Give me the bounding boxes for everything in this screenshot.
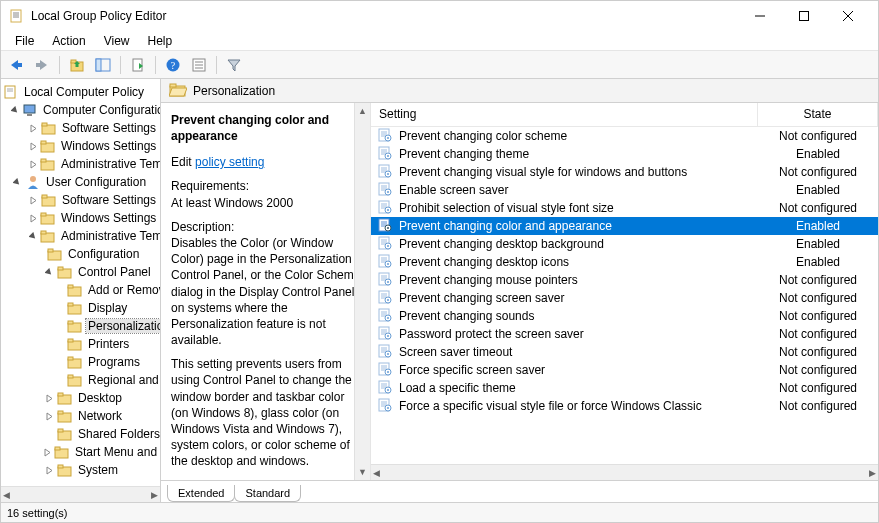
tree-network[interactable]: Network [1, 407, 160, 425]
show-hide-tree-button[interactable] [92, 54, 114, 76]
desc-p2: This setting prevents users from using C… [171, 356, 362, 469]
setting-row[interactable]: Load a specific themeNot configured [371, 379, 878, 397]
tree-cc-windows[interactable]: Windows Settings [1, 137, 160, 155]
maximize-button[interactable] [782, 2, 826, 30]
expander-closed-icon[interactable] [29, 212, 38, 224]
scroll-right-icon[interactable]: ▶ [869, 468, 876, 478]
expander-closed-icon[interactable] [29, 194, 39, 206]
tree-regional[interactable]: Regional and Language Options [1, 371, 160, 389]
tree-programs[interactable]: Programs [1, 353, 160, 371]
col-setting[interactable]: Setting [371, 103, 758, 126]
setting-row[interactable]: Prevent changing visual style for window… [371, 163, 878, 181]
menu-view[interactable]: View [96, 32, 138, 50]
col-state[interactable]: State [758, 103, 878, 126]
up-button[interactable] [66, 54, 88, 76]
export-button[interactable] [127, 54, 149, 76]
expander-closed-icon[interactable] [43, 392, 55, 404]
policy-setting-link[interactable]: policy setting [195, 155, 264, 169]
tree-system[interactable]: System [1, 461, 160, 479]
setting-row[interactable]: Prevent changing desktop iconsEnabled [371, 253, 878, 271]
scroll-left-icon[interactable]: ◀ [3, 490, 10, 500]
policy-item-icon [377, 307, 393, 326]
tree-control-panel[interactable]: Control Panel [1, 263, 160, 281]
setting-row[interactable]: Force a specific visual style file or fo… [371, 397, 878, 415]
svg-rect-44 [68, 285, 73, 288]
req-value: At least Windows 2000 [171, 195, 362, 211]
svg-rect-9 [36, 63, 41, 67]
menu-file[interactable]: File [7, 32, 42, 50]
minimize-button[interactable] [738, 2, 782, 30]
right-pane: Personalization Prevent changing color a… [161, 79, 878, 502]
svg-point-162 [387, 407, 389, 409]
setting-row[interactable]: Force specific screen saverNot configure… [371, 361, 878, 379]
scroll-left-icon[interactable]: ◀ [373, 468, 380, 478]
filter-button[interactable] [223, 54, 245, 76]
help-button[interactable]: ? [162, 54, 184, 76]
tree-shared-folders[interactable]: Shared Folders [1, 425, 160, 443]
setting-row[interactable]: Prohibit selection of visual style font … [371, 199, 878, 217]
tree-user-config[interactable]: User Configuration [1, 173, 160, 191]
menu-action[interactable]: Action [44, 32, 93, 50]
split-body: Prevent changing color and appearance Ed… [161, 103, 878, 480]
forward-button[interactable] [31, 54, 53, 76]
detail-vertical-scrollbar[interactable]: ▲ ▼ [354, 103, 370, 480]
tree-desktop[interactable]: Desktop [1, 389, 160, 407]
setting-cell: Prevent changing desktop background [371, 235, 758, 254]
expander-closed-icon[interactable] [29, 122, 39, 134]
toolbar-separator [59, 56, 60, 74]
tree-uc-admin[interactable]: Administrative Templates [1, 227, 160, 245]
list-body[interactable]: Prevent changing color schemeNot configu… [371, 127, 878, 464]
setting-row[interactable]: Prevent changing mouse pointersNot confi… [371, 271, 878, 289]
tree-computer-config[interactable]: Computer Configuration [1, 101, 160, 119]
scroll-right-icon[interactable]: ▶ [151, 490, 158, 500]
tree-uc-windows[interactable]: Windows Settings [1, 209, 160, 227]
scroll-down-icon[interactable]: ▼ [355, 464, 370, 480]
setting-row[interactable]: Prevent changing soundsNot configured [371, 307, 878, 325]
properties-button[interactable] [188, 54, 210, 76]
svg-rect-62 [55, 447, 60, 450]
expander-open-icon[interactable] [29, 230, 38, 242]
setting-cell: Force specific screen saver [371, 361, 758, 380]
computer-icon [22, 102, 38, 118]
expander-open-icon[interactable] [43, 266, 55, 278]
tree-add-or[interactable]: Add or Remove Programs [1, 281, 160, 299]
tree-personalization[interactable]: Personalization [1, 317, 160, 335]
setting-row[interactable]: Enable screen saverEnabled [371, 181, 878, 199]
tree-display[interactable]: Display [1, 299, 160, 317]
tree-pane[interactable]: Local Computer Policy Computer Configura… [1, 79, 161, 502]
setting-row[interactable]: Prevent changing color and appearanceEna… [371, 217, 878, 235]
list-horizontal-scrollbar[interactable]: ◀ ▶ [371, 464, 878, 480]
expander-closed-icon[interactable] [43, 464, 55, 476]
folder-icon [40, 138, 56, 154]
tree-start-menu[interactable]: Start Menu and Taskbar [1, 443, 160, 461]
setting-row[interactable]: Password protect the screen saverNot con… [371, 325, 878, 343]
tree-root[interactable]: Local Computer Policy [1, 83, 160, 101]
back-button[interactable] [5, 54, 27, 76]
tree-uc-software[interactable]: Software Settings [1, 191, 160, 209]
tree-cc-software[interactable]: Software Settings [1, 119, 160, 137]
tree-label: Software Settings [60, 193, 158, 207]
tree-label: Control Panel [76, 265, 153, 279]
tab-extended[interactable]: Extended [167, 485, 235, 502]
expander-open-icon[interactable] [11, 104, 20, 116]
setting-name: Prevent changing color and appearance [399, 219, 612, 233]
expander-closed-icon[interactable] [43, 446, 52, 458]
expander-closed-icon[interactable] [29, 158, 38, 170]
setting-state: Enabled [758, 147, 878, 161]
tree-configuration[interactable]: Configuration [1, 245, 160, 263]
menu-help[interactable]: Help [140, 32, 181, 50]
tree-cc-admin[interactable]: Administrative Templates [1, 155, 160, 173]
close-button[interactable] [826, 2, 870, 30]
scroll-up-icon[interactable]: ▲ [355, 103, 370, 119]
setting-row[interactable]: Prevent changing screen saverNot configu… [371, 289, 878, 307]
setting-row[interactable]: Prevent changing themeEnabled [371, 145, 878, 163]
expander-open-icon[interactable] [11, 176, 23, 188]
tree-printers[interactable]: Printers [1, 335, 160, 353]
setting-row[interactable]: Prevent changing color schemeNot configu… [371, 127, 878, 145]
tab-standard[interactable]: Standard [234, 485, 301, 502]
setting-row[interactable]: Prevent changing desktop backgroundEnabl… [371, 235, 878, 253]
setting-row[interactable]: Screen saver timeoutNot configured [371, 343, 878, 361]
expander-closed-icon[interactable] [29, 140, 38, 152]
tree-horizontal-scrollbar[interactable]: ◀ ▶ [1, 486, 160, 502]
expander-closed-icon[interactable] [43, 410, 55, 422]
